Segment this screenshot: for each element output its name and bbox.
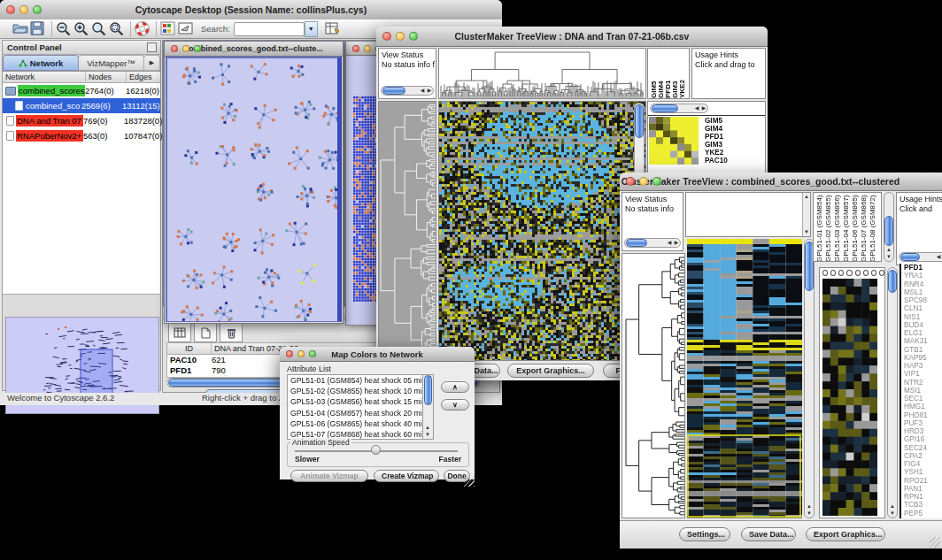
tv2-save-data-button[interactable]: Save Data... — [741, 527, 796, 541]
gene-label[interactable]: RPN1 — [901, 493, 942, 501]
gene-label[interactable]: MSI1 — [901, 387, 942, 395]
move-up-button[interactable]: ∧ — [441, 381, 469, 393]
close-button[interactable] — [352, 45, 359, 52]
tv1-column-dendrogram[interactable] — [438, 48, 646, 99]
tv1-mini-heatmap[interactable] — [649, 117, 699, 165]
gene-label[interactable]: MAK31 — [901, 337, 942, 345]
gene-label[interactable]: YRA1 — [901, 272, 942, 280]
open-session-button[interactable] — [12, 21, 30, 37]
gene-label[interactable]: GPI16 — [901, 435, 942, 443]
gene-label[interactable]: SEC24 — [901, 444, 942, 452]
tv1-column-label[interactable]: GIM5 — [650, 50, 657, 98]
tv1-zoom-scrollbar[interactable]: ◀▶ — [650, 104, 708, 113]
zoom-button[interactable] — [33, 5, 42, 14]
gene-label[interactable]: RNR4 — [901, 280, 942, 288]
minimize-button[interactable] — [639, 177, 648, 186]
tv1-column-label[interactable]: PFD1 — [664, 50, 671, 98]
zoom-button[interactable] — [409, 32, 418, 41]
tv2-column-label[interactable]: GPL51-01 (GSM854) — [815, 195, 824, 262]
move-down-button[interactable]: ∨ — [441, 399, 469, 410]
create-vizmap-button[interactable]: Create Vizmap — [374, 470, 439, 482]
tv2-status-scrollbar[interactable]: ◀▶ — [624, 238, 681, 248]
tv1-row-label[interactable]: PFD1 — [705, 133, 728, 141]
zoom-button[interactable] — [309, 350, 316, 357]
gene-label[interactable]: RPO21 — [901, 477, 942, 485]
tv2-column-label[interactable]: GPL51-08 (GSM872) — [869, 195, 877, 262]
network-list-row[interactable]: combined_scores 2764(0) 16218(0) — [3, 83, 160, 98]
tv1-row-label[interactable]: PAC10 — [705, 157, 728, 165]
tv2-settings-button[interactable]: Settings... — [679, 527, 730, 541]
gene-label[interactable]: GTB1 — [901, 346, 942, 354]
attr-col-id[interactable]: ID — [167, 343, 212, 355]
tv2-column-label[interactable]: GPL51-06 (GSM865) — [851, 195, 860, 262]
attribute-list-item[interactable]: GPL51-04 (GSM857) heat shock 20 min — [288, 408, 422, 418]
select-attributes-button[interactable] — [168, 323, 191, 342]
tab-vizmapper[interactable]: VizMapper™ — [79, 55, 144, 71]
attribute-table-icon[interactable] — [325, 21, 343, 37]
new-attribute-button[interactable] — [194, 323, 217, 342]
tv1-row-label[interactable]: YKE2 — [705, 149, 728, 157]
tv2-column-label[interactable]: GPL51-03 (GSM856) — [833, 195, 842, 262]
attribute-list-item[interactable]: GPL51-03 (GSM856) heat shock 15 min — [288, 396, 422, 407]
treeview2-title-bar[interactable]: ClusterMaker TreeView : combined_scores_… — [620, 173, 942, 191]
gene-label[interactable]: KAP95 — [901, 354, 942, 362]
tv2-heatmap[interactable] — [687, 239, 802, 518]
gene-label[interactable]: BUD4 — [901, 321, 942, 329]
tv1-row-dendrogram[interactable] — [378, 101, 436, 361]
close-button[interactable] — [286, 350, 293, 357]
minimize-button[interactable] — [396, 32, 405, 41]
tv1-export-graphics-button[interactable]: Export Graphics... — [507, 364, 594, 378]
main-title-bar[interactable]: Cytoscape Desktop (Session Name: collins… — [0, 0, 502, 20]
gene-label[interactable]: PEP5 — [901, 510, 942, 518]
attribute-list-item[interactable]: GPL51-01 (GSM854) heat shock 05 min — [288, 375, 422, 386]
resize-grip[interactable] — [930, 537, 940, 548]
tv2-heatmap-vscrollbar[interactable]: ▲▼ — [804, 239, 815, 518]
gene-label[interactable]: HAP3 — [901, 362, 942, 370]
minimize-button[interactable] — [182, 45, 189, 52]
gene-label[interactable]: CPA2 — [901, 452, 942, 460]
tv2-zoom-vscrollbar[interactable]: ▲▼ — [887, 267, 898, 518]
gene-label[interactable]: YSH1 — [901, 468, 942, 476]
tv2-coltree-scrollbar[interactable]: ▲▼ — [802, 193, 810, 236]
tv1-row-label[interactable]: GIM3 — [705, 141, 728, 149]
network-list-row[interactable]: combined_sco 2569(6) 13112(15) — [3, 98, 160, 113]
close-button[interactable] — [171, 45, 178, 52]
attribute-list-scrollbar[interactable]: ▲▼ — [422, 375, 433, 439]
tv2-column-label[interactable]: GPL51-07 (GSM868) — [860, 195, 869, 262]
gene-label[interactable]: SPC98 — [901, 296, 942, 304]
save-session-button[interactable] — [30, 21, 48, 37]
gene-label[interactable]: MON2 — [901, 518, 942, 518]
zoom-in-icon[interactable] — [73, 21, 91, 37]
gene-label[interactable]: PUF3 — [901, 419, 942, 427]
network-list-row[interactable]: DNA and Tran 07 769(0) 183728(0) — [3, 113, 160, 128]
network-canvas[interactable] — [167, 58, 337, 321]
tv1-heatmap[interactable]: ▲▼ — [438, 101, 646, 361]
attribute-listbox[interactable]: GPL51-01 (GSM854) heat shock 05 minGPL51… — [287, 374, 434, 440]
tab-network[interactable]: Network — [3, 55, 79, 71]
tv2-collabel-scrollbar[interactable]: ▲▼ — [884, 192, 894, 262]
tv1-row-label[interactable]: GIM5 — [705, 117, 728, 125]
gene-label[interactable]: NIS1 — [901, 313, 942, 321]
help-lifebuoy-icon[interactable] — [135, 21, 152, 37]
zoom-selected-icon[interactable] — [109, 21, 127, 37]
tv1-status-scrollbar[interactable]: ◀▶ — [381, 86, 434, 96]
treeview1-title-bar[interactable]: ClusterMaker TreeView : DNA and Tran 07-… — [376, 27, 768, 47]
minimize-button[interactable] — [364, 45, 371, 52]
gene-label[interactable]: PAN1 — [901, 485, 942, 493]
attribute-list-item[interactable]: GPL51-06 (GSM865) heat shock 40 min — [288, 418, 422, 429]
tv2-gene-list[interactable]: PFD1YRA1RNR4MSL1SPC98CLN1NIS1BUD4ELG1MAK… — [900, 264, 942, 518]
tv2-column-dendrogram[interactable]: ▲▼ — [685, 192, 811, 237]
resize-grip[interactable] — [464, 476, 475, 487]
gene-label[interactable]: SEC1 — [901, 395, 942, 403]
network-list-row[interactable]: RNAPuberNov2+ 563(0) 107847(0) — [3, 128, 160, 143]
delete-attribute-button[interactable] — [220, 323, 243, 342]
tab-overflow-arrow[interactable]: ▶ — [144, 55, 160, 71]
gene-label[interactable]: HMG1 — [901, 403, 942, 410]
gene-label[interactable]: NTR2 — [901, 379, 942, 387]
gene-label[interactable]: PFD1 — [901, 264, 942, 272]
gene-label[interactable]: ELG1 — [901, 329, 942, 337]
gene-label[interactable]: CLN1 — [901, 304, 942, 312]
float-panel-icon[interactable] — [147, 42, 157, 52]
tv1-column-label[interactable]: YKE2 — [678, 50, 685, 98]
dense-cluster-canvas[interactable] — [353, 96, 378, 302]
